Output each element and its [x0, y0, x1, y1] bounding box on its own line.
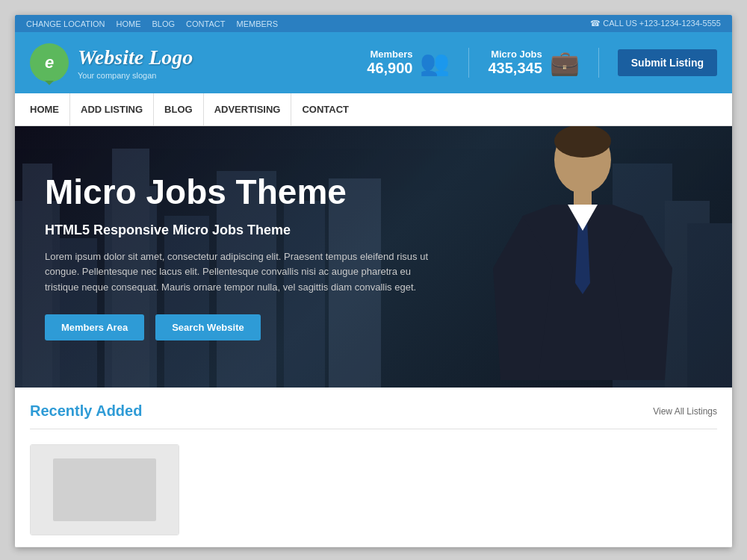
- logo-icon: e: [30, 43, 69, 82]
- header-stats: Members 46,900 👥 Micro Jobs 435,345 💼 Su…: [367, 48, 717, 78]
- members-stat: Members 46,900 👥: [367, 49, 450, 77]
- page-wrapper: CHANGE LOCATION HOME BLOG CONTACT MEMBER…: [15, 15, 732, 547]
- recently-title-rest: Added: [92, 402, 142, 419]
- nav-blog[interactable]: BLOG: [154, 93, 204, 125]
- thumbnail-placeholder: [53, 458, 157, 521]
- hero-text: Lorem ipsum dolor sit amet, consectetur …: [45, 249, 433, 296]
- top-bar-nav: CHANGE LOCATION HOME BLOG CONTACT MEMBER…: [26, 19, 278, 28]
- header: e Website Logo Your company slogan Membe…: [15, 32, 732, 93]
- topbar-nav-blog[interactable]: BLOG: [152, 19, 176, 28]
- logo-title: Website Logo: [78, 46, 193, 69]
- microjobs-text: Micro Jobs 435,345: [488, 49, 542, 77]
- topbar-nav-members[interactable]: MEMBERS: [236, 19, 278, 28]
- recently-header: Recently Added View All Listings: [30, 402, 717, 420]
- members-icon: 👥: [420, 49, 450, 77]
- search-website-button[interactable]: Search Website: [155, 314, 261, 340]
- hero-banner: Micro Jobs Theme HTML5 Responsive Micro …: [15, 126, 732, 388]
- microjobs-icon: 💼: [550, 49, 580, 77]
- person-silhouette: [463, 126, 702, 388]
- recently-title: Recently Added: [30, 402, 142, 420]
- listing-card[interactable]: [30, 444, 179, 535]
- microjobs-label: Micro Jobs: [488, 49, 542, 60]
- recently-title-highlight: Recently: [30, 402, 92, 419]
- topbar-nav-contact[interactable]: CONTACT: [186, 19, 225, 28]
- topbar-nav-home[interactable]: HOME: [117, 19, 141, 28]
- hero-subtitle: HTML5 Responsive Micro Jobs Theme: [45, 223, 433, 238]
- topbar-nav-change-location[interactable]: CHANGE LOCATION: [26, 19, 105, 28]
- nav-contact[interactable]: CONTACT: [291, 93, 359, 125]
- hero-buttons: Members Area Search Website: [45, 314, 433, 340]
- microjobs-value: 435,345: [488, 60, 542, 77]
- svg-point-13: [554, 126, 611, 158]
- view-all-listings-link[interactable]: View All Listings: [653, 406, 717, 417]
- members-label: Members: [367, 49, 412, 60]
- members-area-button[interactable]: Members Area: [45, 314, 144, 340]
- microjobs-stat: Micro Jobs 435,345 💼: [488, 49, 579, 77]
- recently-added-section: Recently Added View All Listings: [15, 388, 732, 547]
- logo-text-area: Website Logo Your company slogan: [78, 46, 193, 80]
- logo-slogan: Your company slogan: [78, 71, 193, 80]
- hero-content: Micro Jobs Theme HTML5 Responsive Micro …: [15, 143, 463, 370]
- members-value: 46,900: [367, 60, 412, 77]
- members-text: Members 46,900: [367, 49, 412, 77]
- listings-grid: [30, 441, 717, 539]
- nav-home[interactable]: HOME: [30, 93, 70, 125]
- phone-number: ☎ CALL US +123-1234-1234-5555: [590, 19, 721, 28]
- logo-area: e Website Logo Your company slogan: [30, 43, 193, 82]
- header-divider: [468, 48, 469, 78]
- nav-advertising[interactable]: ADVERTISING: [204, 93, 292, 125]
- main-nav: HOME ADD LISTING BLOG ADVERTISING CONTAC…: [15, 93, 732, 126]
- header-divider-2: [598, 48, 599, 78]
- submit-listing-button[interactable]: Submit Listing: [618, 49, 717, 76]
- hero-title: Micro Jobs Theme: [45, 173, 433, 211]
- listing-thumbnail: [31, 445, 179, 535]
- recently-divider: [30, 429, 717, 429]
- nav-add-listing[interactable]: ADD LISTING: [70, 93, 154, 125]
- top-bar: CHANGE LOCATION HOME BLOG CONTACT MEMBER…: [15, 15, 732, 32]
